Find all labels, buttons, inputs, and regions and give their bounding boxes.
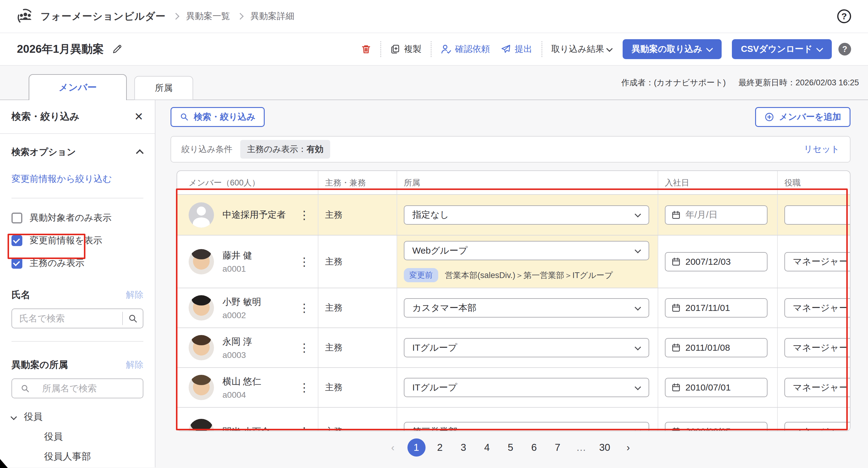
reset-link[interactable]: リセット (804, 143, 840, 155)
import-transfer-plan-button[interactable]: 異動案の取り込み (623, 39, 722, 59)
search-icon[interactable] (123, 313, 143, 323)
table-header-row: メンバー（600人） 主務・兼務 所属 入社日 役職 (177, 171, 850, 194)
tree-leaf-yakuin[interactable]: 役員 (44, 430, 146, 443)
chevron-down-icon (635, 383, 641, 390)
hire-date-input[interactable]: 2011/01/08 (665, 338, 768, 357)
table-row: 小野 敏明 a0002 ⋮ 主務 カスタマー本部 2017/11/01 (177, 288, 850, 328)
pagination-page-30[interactable]: 30 (593, 442, 617, 453)
kebab-menu-icon[interactable]: ⋮ (299, 382, 310, 393)
position-select[interactable]: マネージャー (784, 338, 850, 357)
hire-date-input[interactable]: 年/月/日 (665, 205, 768, 225)
table-row: 中途採用予定者 ⋮ 主務 指定なし 年/月/日 (177, 194, 850, 235)
help-icon[interactable]: ? (837, 9, 851, 23)
chevron-down-icon (635, 428, 641, 431)
sidebar-divider (11, 341, 143, 342)
position-select[interactable]: マネージャー (784, 422, 850, 431)
kebab-menu-icon[interactable]: ⋮ (299, 256, 310, 267)
kebab-menu-icon[interactable]: ⋮ (299, 209, 310, 221)
pagination-prev-icon[interactable]: ‹ (381, 442, 405, 453)
checkbox-show-only-transfer-targets[interactable]: 異動対象者のみ表示 (11, 212, 143, 224)
chevron-expand-icon[interactable] (10, 413, 17, 420)
dept-release-link[interactable]: 解除 (126, 359, 143, 371)
search-filter-button[interactable]: 検索・絞り込み (170, 107, 265, 127)
pagination-page-7[interactable]: 7 (546, 442, 569, 453)
sidebar-title: 検索・絞り込み (11, 110, 80, 123)
confirm-request-label: 確認依頼 (455, 43, 490, 55)
department-select[interactable]: 指定なし (404, 205, 649, 225)
avatar (189, 335, 214, 360)
pagination-page-6[interactable]: 6 (522, 442, 546, 453)
column-duty: 主務・兼務 (318, 171, 397, 194)
department-select[interactable]: カスタマー本部 (404, 298, 649, 317)
duplicate-button[interactable]: 複製 (390, 43, 422, 55)
breadcrumb-chevron-icon (173, 13, 180, 20)
csv-download-button[interactable]: CSVダウンロード (732, 39, 832, 59)
pagination-page-1[interactable]: 1 (407, 438, 426, 457)
chevron-down-icon (635, 211, 641, 218)
tree-leaf-yakuin-jinji[interactable]: 役員人事部 (44, 450, 146, 463)
confirm-request-button[interactable]: 確認依頼 (441, 43, 490, 55)
avatar (189, 375, 214, 400)
member-name: 開米 小百合 (222, 426, 270, 432)
department-select[interactable]: Webグループ (404, 241, 649, 260)
department-select[interactable]: 第三営業部 (404, 422, 649, 431)
tree-node-yakuin[interactable]: 役員 (9, 410, 146, 423)
kebab-menu-icon[interactable]: ⋮ (299, 426, 310, 431)
pagination-next-icon[interactable]: › (617, 442, 640, 453)
position-select[interactable]: マネージャー (784, 298, 850, 317)
pagination-page-2[interactable]: 2 (428, 442, 452, 453)
pagination-ellipsis: … (569, 442, 593, 453)
pagination-page-3[interactable]: 3 (452, 442, 475, 453)
import-transfer-plan-label: 異動案の取り込み (632, 43, 702, 55)
duty-label: 主務 (325, 209, 343, 221)
last-updated-label: 最終更新日時：2026/02/03 16:25 (739, 77, 859, 88)
toolbar-divider (380, 41, 381, 57)
mouse-cursor (0, 459, 8, 468)
dept-search-field (11, 378, 143, 398)
position-select[interactable] (784, 205, 850, 225)
position-select[interactable]: マネージャー (784, 252, 850, 271)
checkbox-checked-icon[interactable] (11, 258, 22, 269)
column-position: 役職 (778, 171, 850, 194)
member-code: a0002 (222, 310, 261, 320)
close-icon[interactable]: ✕ (134, 111, 143, 122)
formation-builder-logo-icon (17, 8, 34, 25)
filter-by-before-info-link[interactable]: 変更前情報から絞り込む (11, 173, 143, 185)
import-result-dropdown[interactable]: 取り込み結果 (551, 43, 612, 55)
tab-member[interactable]: メンバー (29, 74, 127, 100)
toolbar-divider (541, 41, 542, 57)
department-select[interactable]: ITグループ (404, 338, 649, 357)
pagination-page-4[interactable]: 4 (475, 442, 499, 453)
submit-button[interactable]: 提出 (500, 43, 532, 55)
dept-search-input[interactable] (35, 383, 143, 394)
hire-date-input[interactable]: 2009/08/05 (665, 422, 768, 431)
edit-title-icon[interactable] (112, 44, 123, 55)
table-row: 永岡 淳 a0003 ⋮ 主務 ITグループ 2011/01/08 (177, 328, 850, 367)
hire-date-input[interactable]: 2007/12/03 (665, 252, 768, 271)
checkbox-show-primary-duty-only[interactable]: 主務のみ表示 (11, 257, 143, 269)
checkbox-unchecked-icon[interactable] (11, 212, 22, 224)
department-select[interactable]: ITグループ (404, 378, 649, 397)
kebab-menu-icon[interactable]: ⋮ (299, 302, 310, 313)
delete-button[interactable] (361, 44, 371, 54)
before-change-path: 営業本部(salesDiv.)＞第一営業部＞ITグループ (445, 270, 613, 281)
duty-label: 主務 (325, 256, 343, 268)
tab-affiliation[interactable]: 所属 (134, 76, 193, 100)
kebab-menu-icon[interactable]: ⋮ (299, 342, 310, 354)
chevron-up-icon[interactable] (136, 149, 143, 157)
breadcrumb-transfer-list[interactable]: 異動案一覧 (186, 10, 230, 22)
hire-date-input[interactable]: 2017/11/01 (665, 298, 768, 317)
pagination-page-5[interactable]: 5 (499, 442, 522, 453)
toolbar-divider (431, 41, 432, 57)
checkbox-show-before-info[interactable]: 変更前情報を表示 (11, 234, 143, 247)
csv-help-icon[interactable]: ? (838, 43, 851, 56)
csv-download-label: CSVダウンロード (741, 43, 812, 55)
name-release-link[interactable]: 解除 (126, 289, 143, 301)
checkbox-checked-icon[interactable] (11, 235, 22, 246)
add-member-button[interactable]: メンバーを追加 (755, 107, 850, 127)
avatar (189, 295, 214, 321)
position-select[interactable]: マネージャー (784, 378, 850, 397)
hire-date-input[interactable]: 2010/07/01 (665, 378, 768, 397)
name-search-input[interactable] (12, 313, 122, 324)
member-name: 藤井 健 (222, 249, 252, 262)
